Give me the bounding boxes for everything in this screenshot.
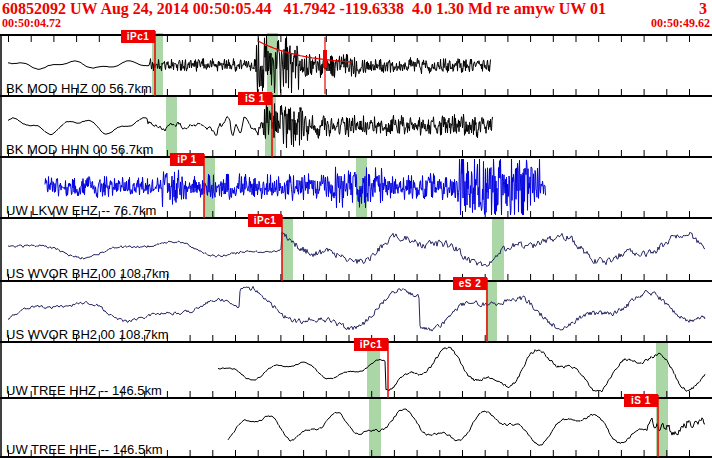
trace-label: US WVOR BH2 00 108.7km <box>6 327 169 342</box>
trace-label: UW TREE HHE -- 146.5km <box>6 442 163 457</box>
phase-pick-flag[interactable]: eS 2 <box>453 277 487 290</box>
window-end-time: 00:50:49.62 <box>651 16 710 31</box>
trace-label: BK MOD HHZ 00 56.7km <box>6 81 152 96</box>
trace-label: UW LKVW EHZ -- 76.7km <box>6 203 156 218</box>
event-summary-title: 60852092 UW Aug 24, 2014 00:50:05.44 41.… <box>2 0 606 18</box>
seismogram-window: 60852092 UW Aug 24, 2014 00:50:05.44 41.… <box>0 0 712 458</box>
phase-pick-flag[interactable]: iPc1 <box>121 30 155 43</box>
phase-pick-flag[interactable]: iPc1 <box>248 214 282 227</box>
trace-count: 3 <box>695 0 707 18</box>
trace-label: UW TREE HHZ -- 146.5km <box>6 383 162 398</box>
phase-pick-flag[interactable]: iPc1 <box>354 338 388 351</box>
trace-label: US WVOR BHZ 00 108.7km <box>6 266 169 281</box>
phase-pick-flag[interactable]: iS 1 <box>624 394 658 407</box>
phase-pick-flag[interactable]: iS 1 <box>238 92 272 105</box>
trace-label: BK MOD HHN 00 56.7km <box>6 142 153 157</box>
window-start-time: 00:50:04.72 <box>2 16 61 31</box>
phase-pick-flag[interactable]: iP 1 <box>170 153 204 166</box>
